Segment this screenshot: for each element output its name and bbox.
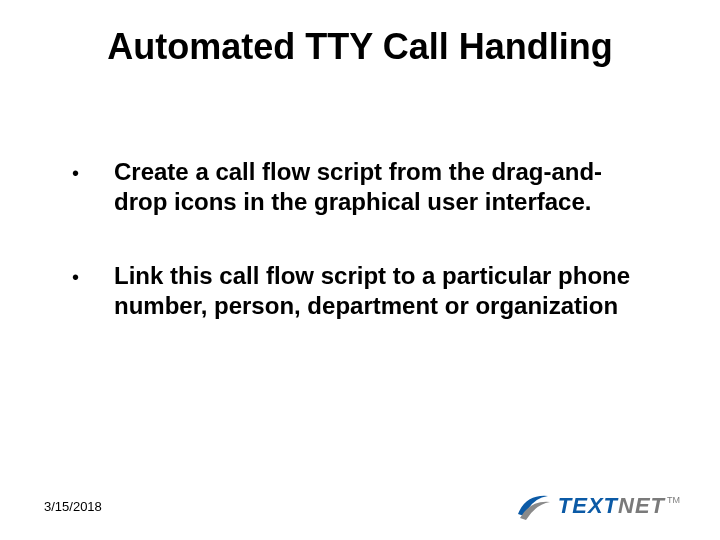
bullet-icon: • — [72, 261, 114, 291]
bullet-text: Create a call flow script from the drag-… — [114, 157, 654, 217]
bullet-icon: • — [72, 157, 114, 187]
trademark-icon: TM — [667, 495, 680, 505]
logo-swoosh-icon — [516, 490, 550, 522]
slide: Automated TTY Call Handling • Create a c… — [0, 0, 720, 540]
logo-word-1: TEXT — [558, 493, 618, 519]
logo: TEXTNET TM — [516, 490, 680, 522]
slide-title: Automated TTY Call Handling — [48, 26, 672, 67]
list-item: • Create a call flow script from the dra… — [72, 157, 672, 217]
logo-word-2: NET — [618, 493, 665, 519]
bullet-list: • Create a call flow script from the dra… — [48, 157, 672, 321]
bullet-text: Link this call flow script to a particul… — [114, 261, 654, 321]
footer-date: 3/15/2018 — [44, 499, 102, 514]
list-item: • Link this call flow script to a partic… — [72, 261, 672, 321]
logo-text: TEXTNET TM — [558, 493, 680, 519]
